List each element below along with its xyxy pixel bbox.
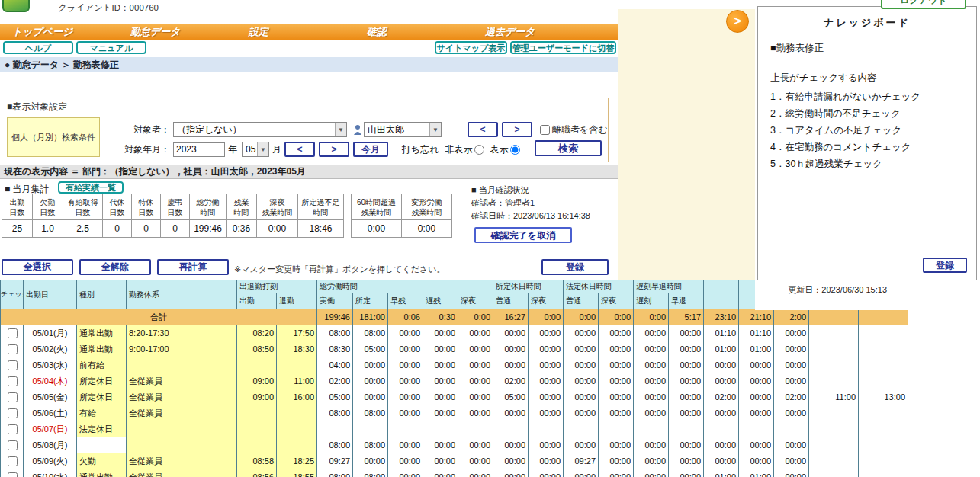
month-select[interactable]: 05 ▼: [242, 142, 269, 157]
type-cell: 所定休日: [77, 389, 127, 405]
help-button[interactable]: ヘルプ: [3, 41, 73, 54]
time-value-cell: 00:00: [458, 469, 493, 477]
date-cell: 05/08(月): [24, 437, 77, 453]
summary-col-value: 0: [132, 220, 161, 238]
time-value-cell: 00:00: [739, 437, 774, 453]
search-button[interactable]: 検索: [535, 140, 602, 156]
time-value-cell: 00:00: [564, 389, 599, 405]
time-value-cell: 00:00: [423, 405, 458, 421]
row-checkbox[interactable]: [8, 344, 18, 354]
overtime-summary-table: 60時間超過 残業時間変形労働 残業時間0:000:00: [351, 194, 452, 238]
time-value-cell: 00:00: [458, 373, 493, 389]
cancel-confirmation-button[interactable]: 確認完了を取消: [474, 227, 572, 243]
time-value-cell: 09:27: [564, 453, 599, 469]
knowledge-board-panel: ナレッジボード ■勤務表修正 上長がチェックする内容 1．有給申請漏れがないかチ…: [757, 6, 977, 280]
manual-button[interactable]: マニュアル: [76, 41, 146, 54]
time-value-cell: 00:00: [704, 357, 739, 373]
time-value-cell: 00:00: [423, 453, 458, 469]
row-checkbox-cell: [1, 389, 24, 405]
total-value: 0:00: [634, 309, 669, 325]
total-value: 2:00: [774, 309, 809, 325]
summary-col-value: 0:36: [227, 220, 257, 238]
page: クライアントID：000760 ログアウト トップページ勤怠データ設定確認過去デ…: [0, 0, 980, 477]
row-checkbox[interactable]: [8, 472, 18, 477]
register-button[interactable]: 登録: [541, 259, 609, 275]
row-checkbox[interactable]: [8, 376, 18, 386]
next-employee-button[interactable]: >: [502, 122, 532, 137]
knowledge-board-toggle[interactable]: >: [726, 10, 749, 33]
paid-leave-list-button[interactable]: 有給実績一覧: [58, 181, 124, 194]
row-checkbox[interactable]: [8, 408, 18, 418]
row-checkbox[interactable]: [8, 424, 18, 434]
this-month-button[interactable]: 今月: [353, 142, 388, 157]
time-value-cell: 00:00: [423, 469, 458, 477]
logout-button[interactable]: ログアウト: [881, 0, 966, 9]
time-value-cell: 00:00: [599, 325, 634, 341]
summary-col-header: 所定過不足 時間: [298, 194, 344, 220]
sitemap-button[interactable]: サイトマップ表示: [435, 41, 507, 54]
hide-radio[interactable]: [474, 145, 484, 155]
time-value-cell: 00:00: [774, 341, 809, 357]
punch-in-cell: [237, 357, 277, 373]
time-value-cell: 00:00: [493, 325, 529, 341]
time-value-cell: 00:00: [529, 357, 564, 373]
time-value-cell: 00:00: [529, 325, 564, 341]
row-checkbox[interactable]: [8, 360, 18, 370]
nav-item-4[interactable]: 確認: [355, 24, 473, 40]
time-value-cell: 02:00: [704, 389, 739, 405]
nav-item-5[interactable]: 過去データ: [473, 24, 591, 40]
type-cell: 欠勤: [77, 453, 127, 469]
show-radio[interactable]: [510, 145, 520, 155]
department-select[interactable]: （指定しない） ▼: [173, 122, 347, 137]
include-retired-checkbox[interactable]: [540, 125, 550, 135]
time-value-cell: 00:00: [669, 325, 704, 341]
knowledge-item-1: 1．有給申請漏れがないかチェック: [770, 88, 921, 105]
nav-item-1[interactable]: トップページ: [0, 24, 118, 40]
admin-mode-switch-button[interactable]: 管理ユーザーモードに切替: [510, 41, 616, 54]
time-value-cell: 00:00: [634, 405, 669, 421]
time-value-cell: 00:00: [774, 373, 809, 389]
row-checkbox[interactable]: [8, 328, 18, 338]
time-value-cell: 08:00: [353, 469, 388, 477]
next-month-button[interactable]: >: [319, 142, 349, 157]
time-value-cell: 00:00: [564, 373, 599, 389]
employee-select[interactable]: 山田太郎 ▼: [364, 122, 442, 137]
prev-month-button[interactable]: <: [284, 142, 315, 157]
time-value-cell: [809, 405, 859, 421]
time-value-cell: [809, 325, 859, 341]
row-checkbox-cell: [1, 373, 24, 389]
time-value-cell: 01:00: [739, 341, 774, 357]
nav-item-2[interactable]: 勤怠データ: [118, 24, 236, 40]
time-value-cell: 00:00: [634, 341, 669, 357]
select-all-button[interactable]: 全選択: [2, 259, 73, 275]
sub-header-12: 遅刻: [634, 293, 669, 309]
nav-item-3[interactable]: 設定: [236, 24, 355, 40]
time-value-cell: 00:00: [774, 405, 809, 421]
row-checkbox[interactable]: [8, 392, 18, 402]
punch-in-cell: 08:20: [237, 325, 277, 341]
summary-col-header: 欠勤 日数: [33, 194, 63, 220]
total-value: 16:27: [493, 309, 529, 325]
row-checkbox[interactable]: [8, 440, 18, 450]
time-value-cell: 00:00: [774, 325, 809, 341]
knowledge-register-button[interactable]: 登録: [923, 258, 967, 273]
time-value-cell: [859, 341, 908, 357]
knowledge-board-title: ナレッジボード: [758, 16, 976, 30]
year-input[interactable]: [173, 142, 225, 157]
time-value-cell: 00:00: [774, 357, 809, 373]
time-value-cell: 05:00: [493, 389, 529, 405]
row-checkbox[interactable]: [8, 456, 18, 466]
time-value-cell: 00:00: [634, 469, 669, 477]
time-value-cell: [809, 357, 859, 373]
work-schedule-cell: 8:20-17:30: [127, 325, 237, 341]
time-value-cell: 02:00: [493, 373, 529, 389]
type-cell: 法定休日: [77, 421, 127, 437]
group-header-5: 遅刻早退時間: [634, 280, 704, 293]
recalculate-button[interactable]: 再計算: [157, 259, 229, 275]
type-cell: 所定休日: [77, 373, 127, 389]
work-schedule-cell: 全従業員: [127, 373, 237, 389]
prev-employee-button[interactable]: <: [468, 122, 498, 137]
time-value-cell: 00:00: [634, 325, 669, 341]
time-value-cell: [353, 421, 388, 437]
clear-all-button[interactable]: 全解除: [79, 259, 151, 275]
